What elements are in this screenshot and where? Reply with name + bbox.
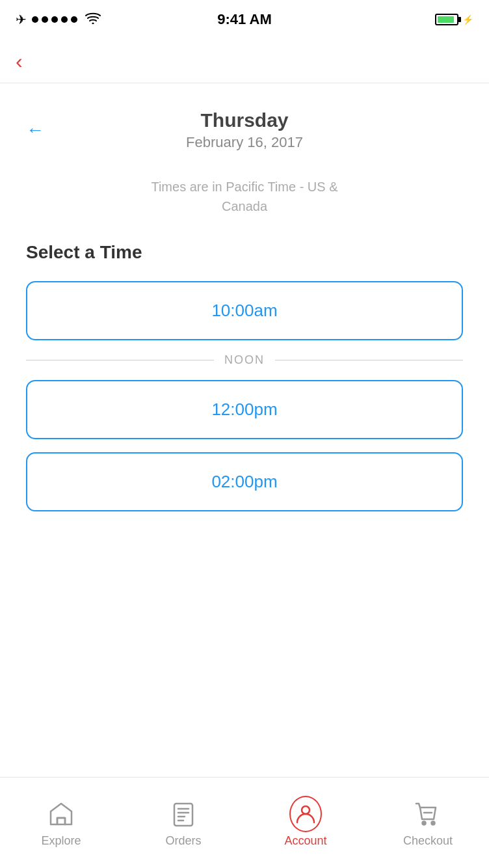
svg-point-8 [423, 822, 426, 825]
tab-checkout[interactable]: Checkout [367, 798, 489, 848]
day-name: Thursday [186, 109, 303, 131]
svg-rect-1 [57, 818, 65, 824]
noon-line-left [26, 360, 214, 360]
svg-rect-2 [174, 804, 192, 826]
back-button[interactable]: ‹ [16, 51, 23, 72]
status-time: 9:41 AM [217, 11, 272, 28]
svg-point-9 [432, 822, 435, 825]
tab-account-label: Account [284, 834, 326, 848]
prev-day-button[interactable]: ← [26, 120, 44, 141]
tab-bar: Explore Orders Account [0, 777, 489, 868]
home-icon [45, 798, 77, 830]
status-left: ✈ [16, 12, 101, 27]
battery: ⚡ [435, 14, 473, 25]
section-heading: Select a Time [26, 242, 463, 263]
tab-explore-label: Explore [41, 834, 81, 848]
top-nav: ‹ [0, 39, 489, 83]
battery-bolt-icon: ⚡ [462, 14, 473, 25]
date-header: ← Thursday February 16, 2017 [26, 83, 463, 164]
noon-divider: NOON [26, 353, 463, 367]
wifi-icon [85, 12, 101, 27]
tab-explore[interactable]: Explore [0, 798, 122, 848]
full-date: February 16, 2017 [186, 134, 303, 151]
time-slot-1200pm[interactable]: 12:00pm [26, 380, 463, 439]
status-right: ⚡ [435, 14, 473, 25]
orders-icon [167, 798, 200, 830]
timezone-notice: Times are in Pacific Time - US &Canada [26, 177, 463, 216]
airplane-icon: ✈ [16, 12, 27, 27]
account-icon [289, 798, 322, 830]
main-content: ← Thursday February 16, 2017 Times are i… [0, 83, 489, 777]
svg-point-7 [302, 806, 310, 814]
signal-dots [32, 16, 77, 23]
noon-line-right [275, 360, 463, 360]
date-display: Thursday February 16, 2017 [186, 109, 303, 151]
tab-orders[interactable]: Orders [122, 798, 244, 848]
svg-point-0 [92, 22, 94, 24]
tab-orders-label: Orders [165, 834, 201, 848]
noon-label: NOON [224, 353, 265, 367]
tab-account[interactable]: Account [244, 798, 367, 848]
tab-checkout-label: Checkout [403, 834, 453, 848]
status-bar: ✈ 9:41 AM ⚡ [0, 0, 489, 39]
checkout-icon [412, 798, 444, 830]
time-slot-1000am[interactable]: 10:00am [26, 281, 463, 340]
time-slot-0200pm[interactable]: 02:00pm [26, 452, 463, 511]
